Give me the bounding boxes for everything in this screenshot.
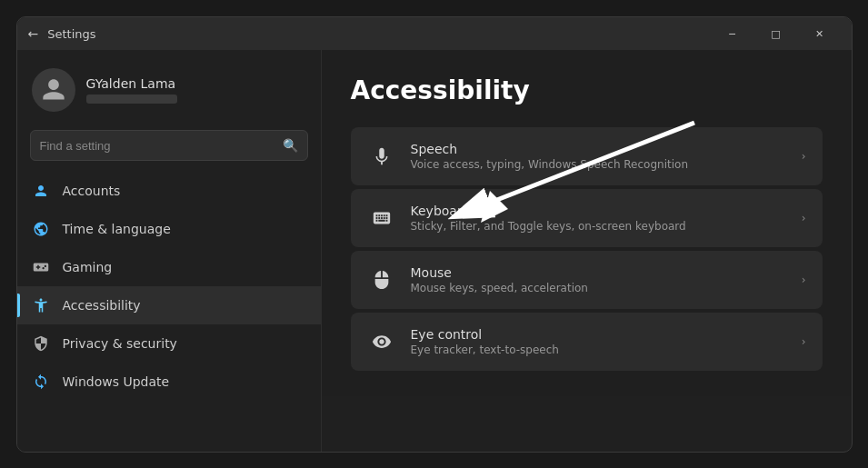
speech-icon	[367, 142, 396, 171]
sidebar-item-time-language[interactable]: Time & language	[17, 210, 321, 248]
keyboard-title: Keyboard	[411, 204, 787, 218]
windows-update-icon	[32, 373, 50, 391]
sidebar-item-accounts-label: Accounts	[63, 184, 121, 198]
speech-chevron-icon: ›	[802, 150, 806, 163]
sidebar-item-accessibility[interactable]: Accessibility	[17, 286, 321, 324]
sidebar-item-time-language-label: Time & language	[63, 222, 171, 236]
search-input[interactable]	[40, 139, 283, 153]
sidebar-item-gaming-label: Gaming	[63, 260, 113, 274]
close-button[interactable]: ✕	[799, 20, 841, 47]
sidebar-item-gaming[interactable]: Gaming	[17, 248, 321, 286]
minimize-button[interactable]: ─	[712, 20, 753, 47]
user-section: GYalden Lama	[17, 61, 321, 126]
search-icon: 🔍	[283, 138, 298, 153]
time-language-icon	[32, 220, 50, 238]
accounts-icon	[32, 182, 50, 200]
keyboard-desc: Sticky, Filter, and Toggle keys, on-scre…	[411, 220, 787, 233]
mouse-title: Mouse	[411, 265, 787, 280]
sidebar-item-accessibility-label: Accessibility	[63, 298, 141, 313]
maximize-button[interactable]: □	[755, 20, 797, 47]
main-content: GYalden Lama 🔍 Accounts	[17, 50, 852, 452]
mouse-icon	[367, 265, 396, 294]
mouse-chevron-icon: ›	[802, 274, 806, 286]
back-button[interactable]: ←	[28, 26, 39, 41]
eye-control-chevron-icon: ›	[802, 335, 806, 348]
speech-desc: Voice access, typing, Windows Speech Rec…	[411, 158, 787, 171]
settings-item-eye-control[interactable]: Eye control Eye tracker, text-to-speech …	[351, 313, 823, 371]
settings-item-mouse[interactable]: Mouse Mouse keys, speed, acceleration ›	[351, 251, 823, 309]
user-email-redacted	[86, 95, 177, 104]
sidebar-item-privacy-security[interactable]: Privacy & security	[17, 324, 321, 363]
speech-text: Speech Voice access, typing, Windows Spe…	[411, 142, 787, 171]
user-info: GYalden Lama	[86, 76, 177, 104]
accessibility-icon	[32, 296, 50, 314]
eye-control-title: Eye control	[411, 327, 787, 342]
avatar	[32, 68, 75, 112]
page-title: Accessibility	[351, 75, 823, 105]
mouse-text: Mouse Mouse keys, speed, acceleration	[411, 265, 787, 294]
privacy-security-icon	[32, 334, 50, 353]
keyboard-chevron-icon: ›	[802, 212, 806, 224]
mouse-desc: Mouse keys, speed, acceleration	[411, 282, 787, 294]
right-panel-wrapper: Accessibility Speech Voice access, typin…	[322, 50, 852, 452]
keyboard-text: Keyboard Sticky, Filter, and Toggle keys…	[411, 204, 787, 233]
user-name: GYalden Lama	[86, 76, 177, 91]
window-controls: ─ □ ✕	[712, 20, 841, 47]
eye-control-icon	[367, 327, 396, 356]
title-bar-left: ← Settings	[28, 26, 712, 41]
settings-list: Speech Voice access, typing, Windows Spe…	[351, 127, 823, 371]
sidebar-item-privacy-security-label: Privacy & security	[63, 336, 177, 351]
nav-items: Accounts Time & language	[17, 172, 321, 401]
settings-window: ← Settings ─ □ ✕ GYalden Lama	[16, 16, 853, 453]
sidebar-item-windows-update-label: Windows Update	[63, 374, 170, 389]
keyboard-icon	[367, 204, 396, 233]
eye-control-desc: Eye tracker, text-to-speech	[411, 344, 787, 356]
sidebar-item-accounts[interactable]: Accounts	[17, 172, 321, 210]
settings-item-speech[interactable]: Speech Voice access, typing, Windows Spe…	[351, 127, 823, 185]
gaming-icon	[32, 258, 50, 276]
settings-item-keyboard[interactable]: Keyboard Sticky, Filter, and Toggle keys…	[351, 189, 823, 247]
sidebar-item-windows-update[interactable]: Windows Update	[17, 363, 321, 401]
sidebar: GYalden Lama 🔍 Accounts	[17, 50, 322, 452]
speech-title: Speech	[411, 142, 787, 156]
title-bar: ← Settings ─ □ ✕	[17, 17, 852, 50]
window-title: Settings	[47, 27, 95, 41]
search-box[interactable]: 🔍	[30, 130, 308, 161]
eye-control-text: Eye control Eye tracker, text-to-speech	[411, 327, 787, 356]
right-panel: Accessibility Speech Voice access, typin…	[322, 50, 852, 396]
